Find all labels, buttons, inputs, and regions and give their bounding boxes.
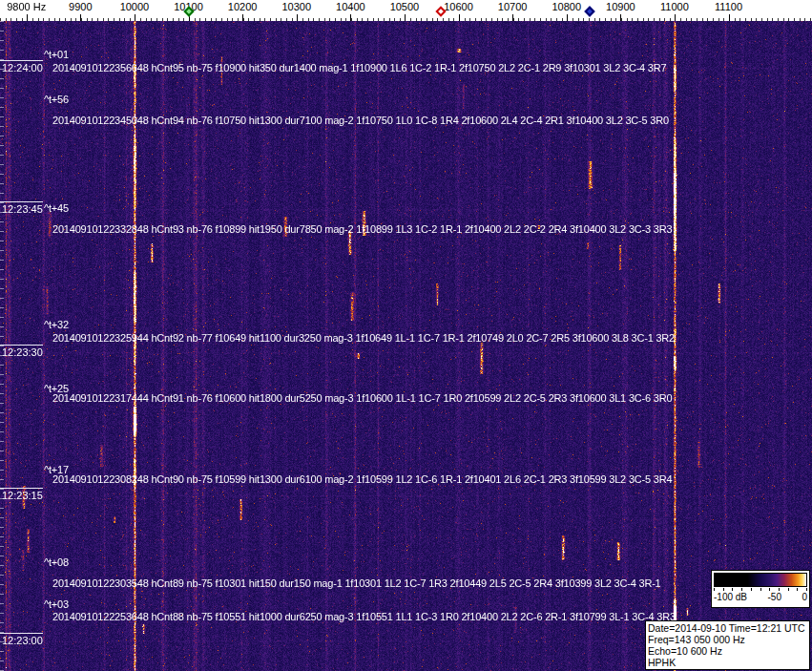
detection-tag: ^t+03 <box>44 598 69 610</box>
detection-tag: ^t+01 <box>44 49 69 60</box>
time-label: 12:23:30 <box>2 346 43 358</box>
colorbar-label-mid: -50 <box>768 592 781 602</box>
detection-record: 20140910122308248 hCnt90 nb-75 f10599 hi… <box>52 473 672 485</box>
freq-tick-label: 10900 <box>606 1 635 12</box>
freq-tick-label: 10000 <box>120 1 150 12</box>
colorbar-labels: -100 dB -50 0 <box>714 592 807 602</box>
freq-tick-label: 10300 <box>281 1 311 12</box>
freq-tick-label: 10500 <box>390 1 420 12</box>
freq-major-tick <box>80 14 81 21</box>
spectrogram-app-window: 9800 Hz990010000101001020010300104001050… <box>0 0 812 671</box>
detection-record: 20140910122332848 hCnt93 nb-76 f10899 hi… <box>52 223 672 235</box>
marker-diamond-blue[interactable] <box>584 6 594 16</box>
frequency-ruler: 9800 Hz990010000101001020010300104001050… <box>0 0 812 21</box>
freq-tick-label: 9800 Hz <box>7 1 46 12</box>
freq-tick-label: 11000 <box>660 1 689 12</box>
freq-major-tick <box>620 14 621 21</box>
freq-major-tick <box>675 14 676 21</box>
freq-major-tick <box>242 14 243 21</box>
spectrogram-area: 12:24:0012:23:4512:23:3012:23:1512:23:00… <box>0 21 812 671</box>
detection-record: 20140910122253648 hCnt88 nb-75 f10551 hi… <box>52 611 676 622</box>
info-date-time: Date=2014-09-10 Time=12:21 UTC <box>648 622 807 634</box>
freq-major-tick <box>297 14 298 21</box>
time-tick-line <box>0 60 43 61</box>
freq-major-tick <box>512 14 513 21</box>
time-label: 12:24:00 <box>2 62 43 73</box>
freq-major-tick <box>27 14 28 21</box>
detection-tag: ^t+32 <box>44 319 69 330</box>
freq-major-tick <box>459 14 460 21</box>
detection-record: 20140910122317444 hCnt91 nb-76 f10600 hi… <box>52 392 672 404</box>
freq-major-tick <box>350 14 351 21</box>
detection-record: 20140910122345048 hCnt94 nb-76 f10750 hi… <box>52 115 669 126</box>
detection-tag: ^t+56 <box>44 94 69 105</box>
time-tick-line <box>0 488 43 489</box>
freq-tick-label: 10700 <box>498 1 528 12</box>
freq-major-tick <box>135 14 135 21</box>
freq-major-tick <box>567 14 568 21</box>
detection-tag: ^t+45 <box>44 202 69 214</box>
freq-major-tick <box>405 14 406 21</box>
detection-record: 20140910122325944 hCnt92 nb-77 f10649 hi… <box>52 332 675 344</box>
colorbar-ticks <box>714 588 807 591</box>
colorbar-label-max: 0 <box>802 592 807 602</box>
freq-tick-label: 9900 <box>69 1 92 12</box>
freq-tick-label: 10800 <box>552 1 581 12</box>
freq-tick-label: 10600 <box>444 1 473 12</box>
frequency-minor-ticks <box>0 18 812 21</box>
time-label: 12:23:45 <box>2 203 43 215</box>
colorbar-gradient <box>714 573 807 587</box>
freq-tick-label: 10400 <box>336 1 365 12</box>
time-label: 12:23:00 <box>2 635 43 646</box>
freq-major-tick <box>729 14 730 21</box>
time-tick-line <box>0 633 43 634</box>
detection-tag: ^t+08 <box>44 556 69 568</box>
colorbar-panel: -100 dB -50 0 <box>711 570 810 608</box>
status-info-box: Date=2014-09-10 Time=12:21 UTC Freq=143 … <box>645 620 810 670</box>
time-tick-line <box>0 201 43 202</box>
detection-record: 20140910122356648 hCnt95 nb-75 f10900 hi… <box>52 62 666 73</box>
colorbar-label-min: -100 dB <box>714 592 747 602</box>
freq-tick-label: 11100 <box>715 1 742 12</box>
time-label: 12:23:15 <box>2 490 43 501</box>
time-tick-line <box>0 345 43 346</box>
freq-tick-label: 10200 <box>228 1 258 12</box>
info-station: HPHK <box>648 657 807 668</box>
info-echo: Echo=10 600 Hz <box>648 645 807 657</box>
detection-record: 20140910122303548 hCnt89 nb-75 f10301 hi… <box>52 577 661 589</box>
info-frequency: Freq=143 050 000 Hz <box>648 634 807 645</box>
